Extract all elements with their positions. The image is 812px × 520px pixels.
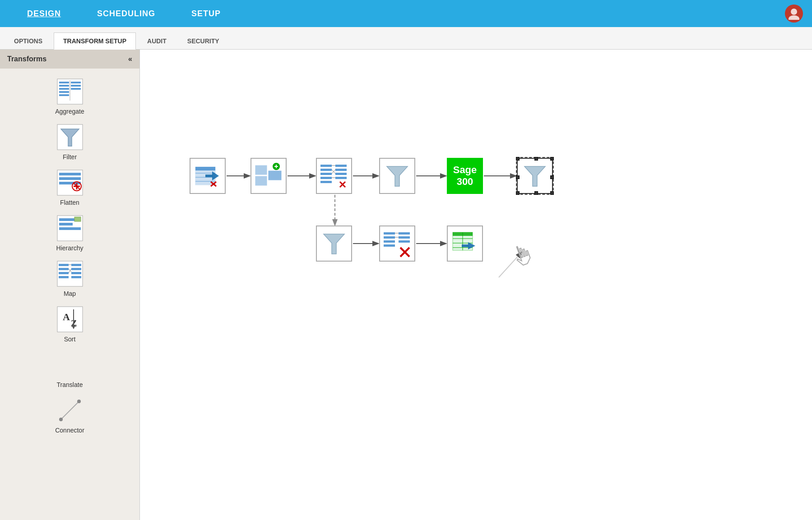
filter-label: Filter bbox=[63, 153, 77, 161]
filter2-icon bbox=[519, 160, 551, 192]
svg-rect-3 bbox=[59, 82, 69, 83]
node-sage300[interactable]: Sage300 bbox=[447, 158, 483, 194]
handle-tl bbox=[516, 157, 520, 161]
sidebar-item-sort[interactable]: A Z Sort bbox=[43, 304, 97, 343]
svg-rect-101 bbox=[399, 232, 410, 235]
svg-rect-103 bbox=[399, 240, 410, 243]
sage300-label: Sage300 bbox=[453, 164, 477, 188]
node-filter3[interactable] bbox=[316, 225, 352, 262]
svg-rect-31 bbox=[59, 272, 69, 274]
join-icon bbox=[253, 160, 284, 192]
handle-tr bbox=[550, 157, 554, 161]
svg-rect-68 bbox=[255, 166, 267, 175]
handle-tc bbox=[534, 157, 538, 161]
svg-rect-15 bbox=[59, 173, 81, 175]
svg-rect-32 bbox=[59, 276, 69, 278]
sidebar-item-aggregate[interactable]: Aggregate bbox=[43, 77, 97, 115]
svg-rect-80 bbox=[335, 165, 347, 167]
handle-br bbox=[550, 191, 554, 195]
svg-rect-7 bbox=[59, 94, 69, 96]
svg-rect-82 bbox=[335, 173, 347, 175]
svg-point-46 bbox=[59, 418, 63, 421]
svg-point-0 bbox=[791, 9, 797, 15]
svg-rect-99 bbox=[384, 240, 395, 243]
svg-rect-27 bbox=[74, 217, 81, 221]
sidebar-item-flatten[interactable]: Flatten bbox=[43, 168, 97, 206]
map-icon-box bbox=[55, 259, 84, 288]
flatten-icon bbox=[56, 169, 84, 196]
canvas[interactable]: Sage300 bbox=[140, 50, 812, 520]
filter3-icon bbox=[318, 228, 350, 259]
handle-bl bbox=[516, 191, 520, 195]
user-avatar[interactable] bbox=[785, 5, 803, 23]
filter-icon-box bbox=[55, 122, 84, 152]
delete1-icon bbox=[381, 228, 413, 259]
cursor-pointer-icon bbox=[510, 241, 542, 278]
top-nav: DESIGN SCHEDULING SETUP bbox=[0, 0, 812, 27]
sidebar-collapse-button[interactable]: « bbox=[128, 55, 132, 63]
map1-icon bbox=[318, 160, 350, 192]
svg-rect-77 bbox=[320, 173, 332, 175]
nav-scheduling[interactable]: SCHEDULING bbox=[79, 9, 173, 18]
nav-design[interactable]: DESIGN bbox=[9, 9, 79, 18]
filter-icon bbox=[56, 124, 84, 151]
handle-mr bbox=[550, 175, 554, 179]
svg-rect-75 bbox=[320, 165, 332, 167]
node-delete1[interactable] bbox=[379, 225, 415, 262]
node-join[interactable] bbox=[251, 158, 287, 194]
svg-rect-4 bbox=[59, 85, 69, 87]
node-map1[interactable] bbox=[316, 158, 352, 194]
main-layout: Transforms « bbox=[0, 50, 812, 520]
svg-rect-6 bbox=[59, 91, 69, 93]
sidebar-item-filter[interactable]: Filter bbox=[43, 122, 97, 161]
node-source[interactable] bbox=[190, 158, 226, 194]
handle-bc bbox=[534, 191, 538, 195]
svg-rect-40 bbox=[57, 307, 83, 332]
svg-rect-81 bbox=[335, 169, 347, 171]
svg-rect-98 bbox=[384, 236, 395, 239]
svg-rect-25 bbox=[59, 227, 81, 230]
sidebar-item-hierarchy[interactable]: Hierarchy bbox=[43, 213, 97, 252]
tab-options[interactable]: OPTIONS bbox=[5, 32, 52, 49]
tab-security[interactable]: SECURITY bbox=[178, 32, 229, 49]
svg-rect-24 bbox=[59, 223, 73, 225]
excel1-icon bbox=[449, 228, 481, 259]
node-excel1[interactable] bbox=[447, 225, 483, 262]
map-icon bbox=[56, 260, 84, 287]
svg-rect-33 bbox=[71, 264, 81, 266]
svg-rect-8 bbox=[71, 82, 81, 83]
svg-rect-59 bbox=[195, 167, 215, 170]
svg-rect-34 bbox=[71, 268, 81, 270]
sidebar-item-connector[interactable]: Connector bbox=[43, 396, 97, 434]
node-filter1[interactable] bbox=[379, 158, 415, 194]
tab-transform-setup[interactable]: TRANSFORM SETUP bbox=[54, 32, 136, 50]
translate-icon-box bbox=[55, 350, 84, 379]
connector-icon-box bbox=[55, 396, 84, 425]
hierarchy-label: Hierarchy bbox=[56, 244, 84, 252]
nav-setup[interactable]: SETUP bbox=[173, 9, 239, 18]
svg-rect-29 bbox=[59, 264, 69, 266]
svg-rect-10 bbox=[71, 88, 81, 90]
sidebar-item-map[interactable]: Map bbox=[43, 259, 97, 297]
svg-rect-5 bbox=[59, 88, 69, 90]
aggregate-icon-box bbox=[55, 77, 84, 106]
hierarchy-icon-box bbox=[55, 213, 84, 243]
sidebar-title: Transforms bbox=[7, 55, 46, 63]
tab-audit[interactable]: AUDIT bbox=[138, 32, 176, 49]
filter1-icon bbox=[381, 160, 413, 192]
svg-rect-100 bbox=[384, 244, 395, 247]
handle-ml bbox=[516, 175, 520, 179]
node-filter2-selected[interactable] bbox=[517, 158, 553, 194]
svg-rect-30 bbox=[59, 268, 69, 270]
svg-rect-9 bbox=[71, 85, 81, 87]
svg-rect-78 bbox=[320, 177, 332, 179]
translate-label: Translate bbox=[57, 381, 83, 388]
svg-rect-83 bbox=[335, 177, 347, 179]
sidebar-items: Aggregate Filter bbox=[0, 69, 139, 442]
svg-rect-76 bbox=[320, 169, 332, 171]
sidebar-item-translate[interactable]: Translate bbox=[43, 350, 97, 388]
svg-rect-97 bbox=[384, 232, 395, 235]
sidebar: Transforms « bbox=[0, 50, 140, 520]
datasource-icon bbox=[192, 160, 223, 192]
aggregate-label: Aggregate bbox=[55, 108, 84, 115]
